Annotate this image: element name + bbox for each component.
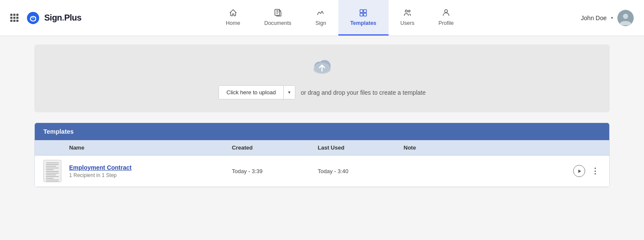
template-subtitle: 1 Recipient in 1 Step: [69, 172, 232, 178]
apps-menu-icon[interactable]: [10, 14, 18, 22]
main-nav: Home Documents Sign Templates Users: [99, 0, 581, 36]
upload-chevron-button[interactable]: ▾: [284, 86, 295, 99]
template-name[interactable]: Employment Contract: [69, 164, 232, 171]
col-header-note: Note: [404, 144, 566, 151]
svg-rect-3: [360, 9, 363, 12]
main-content: Click here to upload ▾ or drag and drop …: [0, 36, 644, 196]
nav-label-sign: Sign: [316, 20, 326, 26]
doc-thumbnail-cell: [43, 160, 69, 182]
nav-label-templates: Templates: [350, 20, 377, 26]
nav-item-templates[interactable]: Templates: [338, 0, 389, 36]
column-headers: Name Created Last Used Note: [35, 140, 609, 156]
header: Sign.Plus Home Documents Sign Temp: [0, 0, 644, 36]
more-options-button[interactable]: ⋮: [589, 165, 601, 177]
logo-icon: [26, 11, 40, 25]
col-header-last-used: Last Used: [318, 144, 404, 151]
upload-cloud-icon: [311, 57, 333, 79]
upload-button-group[interactable]: Click here to upload ▾: [219, 85, 296, 99]
user-dropdown-chevron[interactable]: ▾: [611, 15, 613, 20]
svg-point-9: [445, 9, 448, 12]
last-used-cell: Today - 3:40: [318, 168, 404, 174]
upload-controls: Click here to upload ▾ or drag and drop …: [219, 85, 426, 99]
svg-point-7: [405, 10, 407, 12]
svg-rect-6: [364, 13, 367, 16]
nav-item-profile[interactable]: Profile: [426, 0, 465, 36]
upload-area: Click here to upload ▾ or drag and drop …: [34, 45, 610, 112]
user-name: John Doe: [581, 15, 607, 21]
svg-rect-4: [364, 9, 367, 12]
nav-item-users[interactable]: Users: [389, 0, 427, 36]
nav-item-documents[interactable]: Documents: [252, 0, 303, 36]
logo-area: Sign.Plus: [10, 11, 82, 25]
svg-rect-5: [360, 13, 363, 16]
svg-point-8: [408, 10, 410, 12]
doc-thumbnail: [43, 160, 61, 182]
logo-text: Sign.Plus: [44, 13, 82, 23]
table-row: Employment Contract 1 Recipient in 1 Ste…: [35, 156, 609, 187]
documents-icon: [273, 9, 282, 18]
upload-main-button[interactable]: Click here to upload: [219, 86, 284, 99]
nav-label-home: Home: [226, 20, 240, 26]
nav-item-home[interactable]: Home: [214, 0, 252, 36]
col-header-name: Name: [69, 144, 232, 151]
sign-icon: [316, 9, 325, 18]
svg-point-11: [623, 14, 628, 19]
profile-icon: [442, 9, 450, 18]
nav-label-documents: Documents: [264, 20, 291, 26]
created-cell: Today - 3:39: [232, 168, 318, 174]
users-icon: [403, 9, 412, 18]
table-title: Templates: [35, 123, 609, 140]
avatar[interactable]: [617, 10, 634, 26]
home-icon: [229, 9, 237, 18]
templates-table: Templates Name Created Last Used Note: [34, 123, 610, 187]
svg-point-1: [32, 17, 34, 19]
upload-drag-drop-text: or drag and drop your files to create a …: [301, 89, 425, 96]
svg-marker-16: [578, 169, 581, 173]
nav-label-profile: Profile: [438, 20, 453, 26]
use-template-button[interactable]: [573, 165, 585, 177]
template-name-cell: Employment Contract 1 Recipient in 1 Ste…: [69, 164, 232, 178]
user-area[interactable]: John Doe ▾: [581, 10, 634, 26]
col-header-created: Created: [232, 144, 318, 151]
row-actions: ⋮: [566, 165, 601, 177]
nav-label-users: Users: [401, 20, 415, 26]
templates-icon: [359, 9, 368, 18]
nav-item-sign[interactable]: Sign: [304, 0, 338, 36]
